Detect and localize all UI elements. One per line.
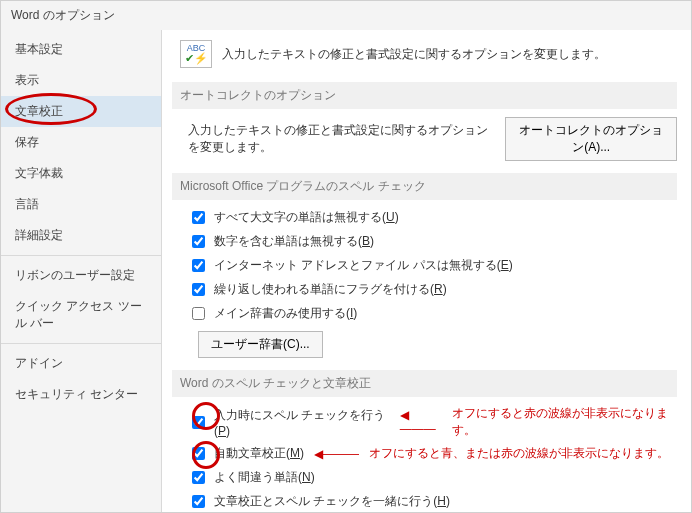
sidebar-item-typography[interactable]: 文字体裁 xyxy=(1,158,161,189)
arrow-left-icon: ◀——— xyxy=(314,447,359,461)
sidebar-item-save[interactable]: 保存 xyxy=(1,127,161,158)
checkbox[interactable] xyxy=(192,283,205,296)
sidebar-separator xyxy=(1,343,161,344)
section-heading-office-spell: Microsoft Office プログラムのスペル チェック xyxy=(172,173,677,200)
checkbox-row: インターネット アドレスとファイル パスは無視する(E) xyxy=(188,256,677,275)
sidebar-item-addins[interactable]: アドイン xyxy=(1,348,161,379)
checkbox-row: すべて大文字の単語は無視する(U) xyxy=(188,208,677,227)
checkbox-label: 数字を含む単語は無視する(B) xyxy=(214,233,374,250)
sidebar-item-qat[interactable]: クイック アクセス ツール バー xyxy=(1,291,161,339)
checkbox-row: 入力時にスペル チェックを行う(P)◀———オフにすると赤の波線が非表示になりま… xyxy=(188,405,677,439)
checkbox-row: 文章校正とスペル チェックを一緒に行う(H) xyxy=(188,492,677,511)
annotation-text: オフにすると青、または赤の波線が非表示になります。 xyxy=(369,445,669,462)
checkbox-label: 自動文章校正(M) xyxy=(214,445,304,462)
proofing-icon: ABC ✔︎⚡ xyxy=(180,40,212,68)
checkbox[interactable] xyxy=(192,211,205,224)
autocorrect-options-button[interactable]: オートコレクトのオプション(A)... xyxy=(505,117,677,161)
checkbox[interactable] xyxy=(192,416,205,429)
checkbox-row: 数字を含む単語は無視する(B) xyxy=(188,232,677,251)
checkbox[interactable] xyxy=(192,235,205,248)
checkbox-row: よく間違う単語(N) xyxy=(188,468,677,487)
sidebar-item-ribbon[interactable]: リボンのユーザー設定 xyxy=(1,260,161,291)
arrow-left-icon: ◀——— xyxy=(400,408,442,436)
checkbox[interactable] xyxy=(192,259,205,272)
checkbox[interactable] xyxy=(192,447,205,460)
sidebar-item-display[interactable]: 表示 xyxy=(1,65,161,96)
autocorrect-desc: 入力したテキストの修正と書式設定に関するオプションを変更します。 xyxy=(188,122,495,156)
checkbox[interactable] xyxy=(192,307,205,320)
window-title: Word のオプション xyxy=(1,1,691,30)
sidebar-item-basic[interactable]: 基本設定 xyxy=(1,34,161,65)
checkbox-label: 入力時にスペル チェックを行う(P) xyxy=(214,407,390,438)
checkbox-label: 繰り返し使われる単語にフラグを付ける(R) xyxy=(214,281,447,298)
user-dictionary-button[interactable]: ユーザー辞書(C)... xyxy=(198,331,323,358)
section-heading-word-spell: Word のスペル チェックと文章校正 xyxy=(172,370,677,397)
checkbox-label: よく間違う単語(N) xyxy=(214,469,315,486)
sidebar-item-trust[interactable]: セキュリティ センター xyxy=(1,379,161,410)
checkbox[interactable] xyxy=(192,495,205,508)
checkbox-row: 自動文章校正(M)◀———オフにすると青、または赤の波線が非表示になります。 xyxy=(188,444,677,463)
check-icon: ✔︎⚡ xyxy=(185,53,208,64)
checkbox-label: インターネット アドレスとファイル パスは無視する(E) xyxy=(214,257,513,274)
intro-text: 入力したテキストの修正と書式設定に関するオプションを変更します。 xyxy=(222,46,606,63)
sidebar-separator xyxy=(1,255,161,256)
checkbox-row: 繰り返し使われる単語にフラグを付ける(R) xyxy=(188,280,677,299)
section-heading-autocorrect: オートコレクトのオプション xyxy=(172,82,677,109)
checkbox-label: 文章校正とスペル チェックを一緒に行う(H) xyxy=(214,493,450,510)
main-panel: ABC ✔︎⚡ 入力したテキストの修正と書式設定に関するオプションを変更します。… xyxy=(162,30,691,512)
checkbox-label: メイン辞書のみ使用する(I) xyxy=(214,305,357,322)
checkbox-label: すべて大文字の単語は無視する(U) xyxy=(214,209,399,226)
annotation-text: オフにすると赤の波線が非表示になります。 xyxy=(452,405,677,439)
sidebar-item-advanced[interactable]: 詳細設定 xyxy=(1,220,161,251)
checkbox[interactable] xyxy=(192,471,205,484)
checkbox-row: メイン辞書のみ使用する(I) xyxy=(188,304,677,323)
sidebar-item-proofing[interactable]: 文章校正 xyxy=(1,96,161,127)
sidebar-item-language[interactable]: 言語 xyxy=(1,189,161,220)
sidebar: 基本設定 表示 文章校正 保存 文字体裁 言語 詳細設定 リボンのユーザー設定 … xyxy=(1,30,162,512)
